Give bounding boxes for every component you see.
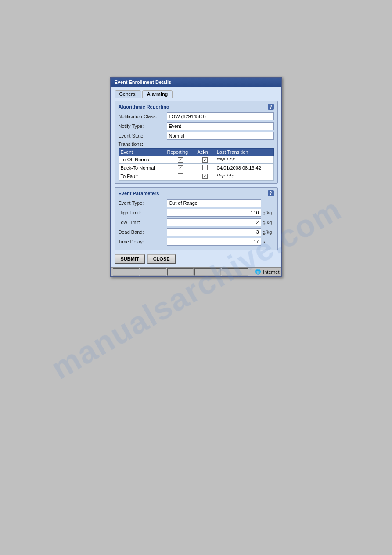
row1-reporting-checkbox[interactable] [178,157,183,163]
tabs-container: General Alarming [115,90,278,98]
time-delay-row: Time Delay: s [119,238,274,246]
table-row: To-Off Normal */*/* *:*:* [119,156,273,164]
row2-ackn[interactable] [195,163,215,172]
low-limit-input[interactable] [167,218,261,226]
statusbar-segment-1 [113,268,139,276]
high-limit-label: High Limit: [119,210,167,215]
time-delay-input[interactable] [167,238,261,246]
row1-last-transition: */*/* *:*:* [215,156,273,164]
notification-class-label: Notification Class: [119,114,167,119]
internet-label: Internet [263,269,279,275]
high-limit-input[interactable] [167,209,261,217]
table-row: To Fault */*/* *:*:* [119,172,273,180]
close-button[interactable]: CLOSE [147,254,176,264]
statusbar-segment-4 [194,268,221,276]
time-delay-unit: s [263,239,274,244]
algorithmic-reporting-help-icon[interactable]: ? [268,104,274,110]
row3-reporting[interactable] [165,172,195,180]
high-limit-unit: g/kg [263,210,274,215]
row2-reporting-checkbox[interactable] [178,165,183,170]
col-event: Event [119,149,165,156]
notify-type-label: Notify Type: [119,123,167,129]
statusbar-left [113,268,248,276]
statusbar-segment-5 [222,268,248,276]
notification-class-input[interactable] [167,112,274,120]
event-parameters-panel: Event Parameters ? Event Type: High Limi… [115,187,278,250]
col-last-transition: Last Transition [215,149,273,156]
event-state-row: Event State: [119,132,274,140]
statusbar-segment-3 [167,268,194,276]
table-row: Back-To Normal 04/01/2008 08:13:42 [119,163,273,172]
submit-button[interactable]: SUBMIT [115,254,145,264]
dead-band-row: Dead Band: g/kg [119,228,274,236]
globe-icon: 🌐 [255,269,261,275]
row3-reporting-checkbox[interactable] [178,173,183,178]
row2-reporting[interactable] [165,163,195,172]
dialog-body: General Alarming Algorithmic Reporting ?… [111,87,281,267]
transitions-table: Event Reporting Ackn. Last Transition To… [119,148,274,181]
notify-type-row: Notify Type: [119,122,274,130]
row1-reporting[interactable] [165,156,195,164]
event-parameters-title: Event Parameters ? [119,190,274,196]
row3-ackn-checkbox[interactable] [202,174,208,179]
low-limit-unit: g/kg [263,220,274,225]
button-row: SUBMIT CLOSE [115,254,278,264]
notification-class-row: Notification Class: [119,112,274,120]
row2-last-transition: 04/01/2008 08:13:42 [215,163,273,172]
event-state-label: Event State: [119,133,167,138]
time-delay-label: Time Delay: [119,239,167,244]
dialog-title: Event Enrollment Details [115,80,172,85]
algorithmic-reporting-panel: Algorithmic Reporting ? Notification Cla… [115,101,278,184]
event-enrollment-dialog: Event Enrollment Details General Alarmin… [110,77,282,277]
row3-ackn[interactable] [195,172,215,180]
row3-last-transition: */*/* *:*:* [215,172,273,180]
low-limit-row: Low Limit: g/kg [119,218,274,226]
notify-type-input[interactable] [167,122,274,130]
event-type-row: Event Type: [119,199,274,207]
row2-event: Back-To Normal [119,163,165,172]
low-limit-label: Low Limit: [119,220,167,225]
tab-general[interactable]: General [115,90,141,98]
event-type-input[interactable] [167,199,261,207]
col-ackn: Ackn. [195,149,215,156]
statusbar-right: 🌐 Internet [255,269,279,275]
event-type-label: Event Type: [119,200,167,206]
row2-ackn-checkbox[interactable] [202,165,208,170]
statusbar-segment-2 [140,268,166,276]
row1-ackn[interactable] [195,156,215,164]
event-state-input[interactable] [167,132,274,140]
row3-event: To Fault [119,172,165,180]
row1-event: To-Off Normal [119,156,165,164]
high-limit-row: High Limit: g/kg [119,209,274,217]
col-reporting: Reporting [165,149,195,156]
statusbar: 🌐 Internet [111,267,281,276]
dead-band-label: Dead Band: [119,229,167,235]
event-parameters-help-icon[interactable]: ? [268,190,274,196]
dialog-titlebar: Event Enrollment Details [111,78,281,87]
dead-band-input[interactable] [167,228,261,236]
algorithmic-reporting-title: Algorithmic Reporting ? [119,104,274,110]
tab-alarming[interactable]: Alarming [142,90,173,98]
row1-ackn-checkbox[interactable] [202,157,208,163]
dead-band-unit: g/kg [263,229,274,235]
transitions-label: Transitions: [119,141,274,147]
